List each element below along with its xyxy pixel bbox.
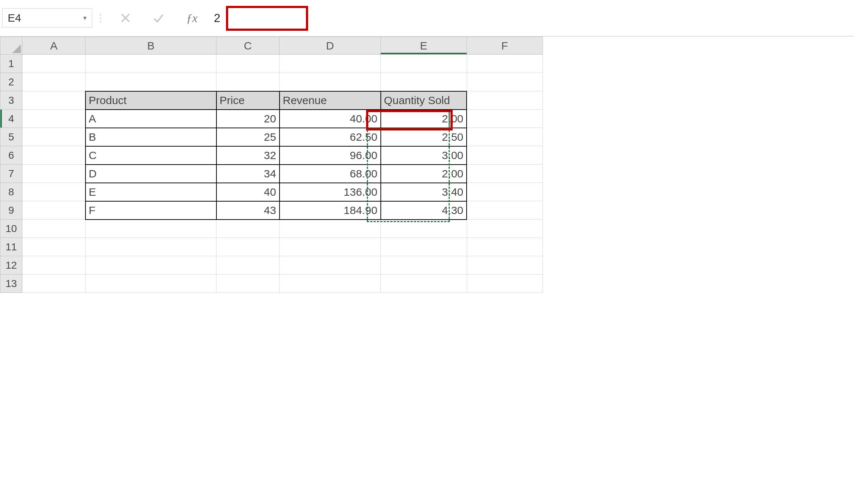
cell-A2[interactable] [22, 73, 85, 91]
cell-D9[interactable]: 184.90 [280, 201, 381, 220]
cell-D12[interactable] [280, 256, 381, 275]
cell-B5[interactable]: B [85, 128, 216, 146]
cell-D3[interactable]: Revenue [280, 91, 381, 110]
row-header-5[interactable]: 5 [0, 128, 22, 146]
spreadsheet-grid[interactable]: A B C D E F 1 [0, 37, 543, 293]
cell-A4[interactable] [22, 110, 85, 128]
cell-D6[interactable]: 96.00 [280, 146, 381, 165]
cell-F7[interactable] [467, 165, 543, 183]
cell-F5[interactable] [467, 128, 543, 146]
cell-F10[interactable] [467, 220, 543, 238]
cell-E13[interactable] [381, 275, 467, 293]
cell-C4[interactable]: 20 [216, 110, 280, 128]
cell-A10[interactable] [22, 220, 85, 238]
cell-F4[interactable] [467, 110, 543, 128]
cell-D7[interactable]: 68.00 [280, 165, 381, 183]
cell-C6[interactable]: 32 [216, 146, 280, 165]
select-all-corner[interactable] [0, 37, 22, 55]
cell-C10[interactable] [216, 220, 280, 238]
cell-C1[interactable] [216, 55, 280, 73]
col-header-E[interactable]: E [381, 37, 467, 55]
row-header-4[interactable]: 4 [0, 110, 22, 128]
cell-E2[interactable] [381, 73, 467, 91]
cell-E1[interactable] [381, 55, 467, 73]
cell-A7[interactable] [22, 165, 85, 183]
cell-B6[interactable]: C [85, 146, 216, 165]
cell-B11[interactable] [85, 238, 216, 256]
cell-D8[interactable]: 136.00 [280, 183, 381, 201]
col-header-A[interactable]: A [22, 37, 85, 55]
cell-F11[interactable] [467, 238, 543, 256]
row-header-10[interactable]: 10 [0, 220, 22, 238]
formula-input[interactable]: 2 [203, 7, 854, 29]
cell-F2[interactable] [467, 73, 543, 91]
row-header-6[interactable]: 6 [0, 146, 22, 165]
cell-A5[interactable] [22, 128, 85, 146]
cell-A9[interactable] [22, 201, 85, 220]
cell-E10[interactable] [381, 220, 467, 238]
cell-D11[interactable] [280, 238, 381, 256]
cell-D10[interactable] [280, 220, 381, 238]
cell-B1[interactable] [85, 55, 216, 73]
row-header-8[interactable]: 8 [0, 183, 22, 201]
col-header-F[interactable]: F [467, 37, 543, 55]
cell-C8[interactable]: 40 [216, 183, 280, 201]
row-header-1[interactable]: 1 [0, 55, 22, 73]
row-header-7[interactable]: 7 [0, 165, 22, 183]
cell-E12[interactable] [381, 256, 467, 275]
cell-E9[interactable]: 4.30 [381, 201, 467, 220]
col-header-D[interactable]: D [280, 37, 381, 55]
cell-D1[interactable] [280, 55, 381, 73]
cell-B12[interactable] [85, 256, 216, 275]
cell-A13[interactable] [22, 275, 85, 293]
cell-C13[interactable] [216, 275, 280, 293]
cell-B8[interactable]: E [85, 183, 216, 201]
cell-A6[interactable] [22, 146, 85, 165]
cell-F1[interactable] [467, 55, 543, 73]
row-header-11[interactable]: 11 [0, 238, 22, 256]
cell-A1[interactable] [22, 55, 85, 73]
cell-A11[interactable] [22, 238, 85, 256]
cell-B10[interactable] [85, 220, 216, 238]
cell-F6[interactable] [467, 146, 543, 165]
cell-B13[interactable] [85, 275, 216, 293]
cell-A12[interactable] [22, 256, 85, 275]
cell-F12[interactable] [467, 256, 543, 275]
cell-E8[interactable]: 3.40 [381, 183, 467, 201]
cell-B4[interactable]: A [85, 110, 216, 128]
cell-F3[interactable] [467, 91, 543, 110]
name-box-dropdown-icon[interactable]: ▾ [81, 14, 92, 22]
enter-button[interactable] [142, 9, 175, 27]
cell-F13[interactable] [467, 275, 543, 293]
cell-A8[interactable] [22, 183, 85, 201]
cell-B7[interactable]: D [85, 165, 216, 183]
cell-E11[interactable] [381, 238, 467, 256]
cell-C11[interactable] [216, 238, 280, 256]
cell-C5[interactable]: 25 [216, 128, 280, 146]
name-box[interactable]: E4 ▾ [2, 8, 92, 27]
cell-D5[interactable]: 62.50 [280, 128, 381, 146]
cell-D2[interactable] [280, 73, 381, 91]
cell-C12[interactable] [216, 256, 280, 275]
cell-E7[interactable]: 2.00 [381, 165, 467, 183]
cell-E3[interactable]: Quantity Sold [381, 91, 467, 110]
col-header-B[interactable]: B [85, 37, 216, 55]
cell-B9[interactable]: F [85, 201, 216, 220]
cell-B2[interactable] [85, 73, 216, 91]
cell-E5[interactable]: 2.50 [381, 128, 467, 146]
cell-C7[interactable]: 34 [216, 165, 280, 183]
fx-label[interactable]: ƒx [181, 11, 203, 25]
cell-C3[interactable]: Price [216, 91, 280, 110]
col-header-C[interactable]: C [216, 37, 280, 55]
row-header-3[interactable]: 3 [0, 91, 22, 110]
cell-C9[interactable]: 43 [216, 201, 280, 220]
cell-E4[interactable]: 2.00 [381, 110, 467, 128]
cell-D4[interactable]: 40.00 [280, 110, 381, 128]
row-header-9[interactable]: 9 [0, 201, 22, 220]
cell-F8[interactable] [467, 183, 543, 201]
row-header-13[interactable]: 13 [0, 275, 22, 293]
cell-E6[interactable]: 3.00 [381, 146, 467, 165]
row-header-2[interactable]: 2 [0, 73, 22, 91]
cell-F9[interactable] [467, 201, 543, 220]
row-header-12[interactable]: 12 [0, 256, 22, 275]
